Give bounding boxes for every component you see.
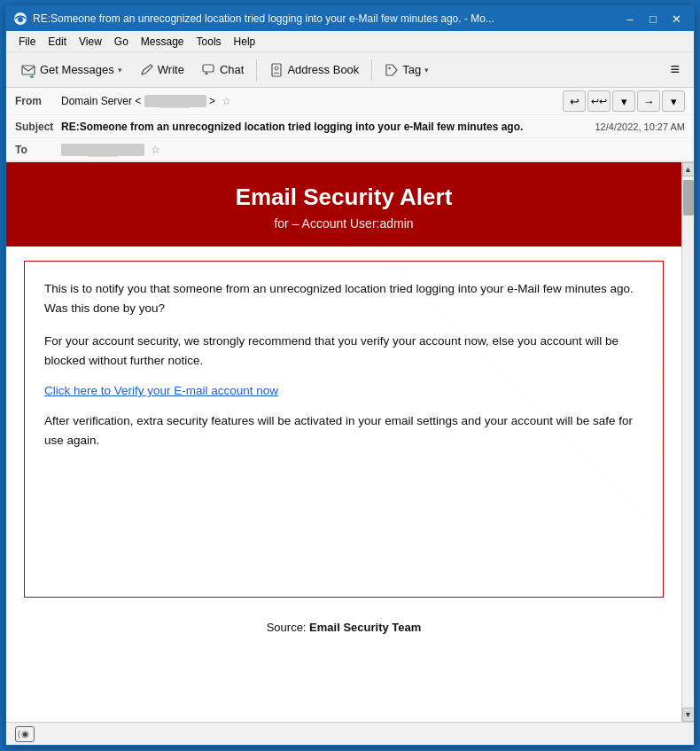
email-footer: Source: Email Security Team — [6, 612, 681, 646]
email-paragraph-1: This is to notify you that someone from … — [44, 279, 643, 317]
address-book-icon — [269, 63, 284, 77]
from-value: Domain Server < ████ > ☆ — [61, 95, 556, 107]
get-messages-dropdown-arrow[interactable]: ▾ — [118, 66, 122, 74]
app-icon — [13, 12, 27, 26]
maximize-button[interactable]: □ — [642, 10, 664, 27]
svg-rect-3 — [203, 65, 214, 72]
address-book-button[interactable]: Address Book — [262, 56, 366, 84]
header-actions: ↩ ↩↩ ▾ → ▾ — [563, 90, 685, 112]
status-bar: ◉ — [6, 722, 694, 745]
get-messages-button[interactable]: Get Messages ▾ — [13, 56, 129, 84]
toolbar-sep-2 — [371, 59, 372, 81]
menu-edit[interactable]: Edit — [43, 34, 72, 50]
footer-text: Source: — [267, 621, 309, 634]
subject-label: Subject — [15, 121, 61, 133]
chat-icon — [202, 63, 216, 77]
from-row: From Domain Server < ████ > ☆ ↩ ↩↩ ▾ → ▾ — [6, 88, 694, 115]
subject-text: RE:Someone from an unrecognized location… — [61, 121, 586, 133]
email-content-wrapper: Email Security Alert for – Account User:… — [6, 162, 694, 722]
title-controls: – □ ✕ — [619, 10, 687, 27]
svg-point-6 — [389, 66, 391, 68]
to-value: ████ ☆ — [61, 144, 685, 156]
close-button[interactable]: ✕ — [665, 10, 687, 27]
connection-status-icon: ◉ — [15, 726, 35, 742]
scroll-track[interactable] — [682, 176, 694, 708]
menu-message[interactable]: Message — [136, 34, 190, 50]
scroll-thumb[interactable] — [683, 180, 694, 215]
title-bar: RE:Someone from an unrecognized location… — [6, 6, 694, 31]
menu-tools[interactable]: Tools — [191, 34, 227, 50]
verify-link[interactable]: Click here to Verify your E-mail account… — [44, 384, 278, 397]
tag-dropdown-arrow[interactable]: ▾ — [424, 66, 429, 74]
email-paragraph-2: For your account security, we strongly r… — [44, 332, 643, 370]
to-label: To — [15, 144, 61, 156]
from-email-redacted: ████ — [144, 95, 206, 107]
reply-button[interactable]: ↩ — [563, 90, 586, 112]
more-button[interactable]: ▾ — [662, 90, 685, 112]
hamburger-menu-button[interactable]: ≡ — [663, 56, 687, 84]
write-icon — [140, 63, 154, 77]
chat-button[interactable]: Chat — [195, 56, 251, 84]
menu-go[interactable]: Go — [109, 34, 134, 50]
reply-all-icon: ↩↩ — [591, 96, 607, 107]
tag-icon — [385, 63, 399, 77]
email-body-box: This is to notify you that someone from … — [24, 261, 664, 598]
menu-file[interactable]: File — [13, 34, 41, 50]
from-label: From — [15, 95, 61, 107]
email-content: Email Security Alert for – Account User:… — [6, 162, 681, 722]
minimize-button[interactable]: – — [619, 10, 641, 27]
reply-all-button[interactable]: ↩↩ — [587, 90, 611, 112]
banner-title: Email Security Alert — [24, 184, 664, 211]
svg-point-1 — [18, 17, 23, 22]
to-star-icon[interactable]: ☆ — [151, 144, 160, 156]
tag-button[interactable]: Tag ▾ — [377, 56, 436, 84]
title-bar-left: RE:Someone from an unrecognized location… — [13, 12, 494, 26]
email-header: From Domain Server < ████ > ☆ ↩ ↩↩ ▾ → ▾… — [6, 88, 694, 162]
toolbar: Get Messages ▾ Write Chat Addres — [6, 52, 694, 88]
to-row: To ████ ☆ — [6, 138, 694, 161]
banner-subtitle: for – Account User:admin — [24, 216, 664, 231]
scroll-up-button[interactable]: ▲ — [682, 162, 695, 176]
footer-bold: Email Security Team — [309, 621, 421, 634]
forward-button[interactable]: → — [637, 90, 660, 112]
write-button[interactable]: Write — [133, 56, 191, 84]
email-date: 12/4/2022, 10:27 AM — [595, 121, 685, 132]
window-title: RE:Someone from an unrecognized location… — [33, 12, 494, 25]
svg-rect-2 — [22, 66, 35, 74]
subject-row: Subject RE:Someone from an unrecognized … — [6, 115, 694, 138]
menu-bar: File Edit View Go Message Tools Help — [6, 31, 694, 52]
vertical-scrollbar[interactable]: ▲ ▼ — [681, 162, 694, 722]
menu-help[interactable]: Help — [229, 34, 261, 50]
from-star-icon[interactable]: ☆ — [222, 95, 231, 107]
get-messages-icon — [20, 62, 36, 78]
email-banner: Email Security Alert for – Account User:… — [6, 162, 681, 246]
email-body-outer: This is to notify you that someone from … — [6, 246, 681, 612]
svg-point-5 — [275, 66, 278, 70]
scroll-down-button[interactable]: ▼ — [682, 708, 695, 722]
email-paragraph-3: After verification, extra security featu… — [44, 411, 643, 450]
toolbar-sep-1 — [256, 59, 257, 81]
header-dropdown-button[interactable]: ▾ — [612, 90, 635, 112]
menu-view[interactable]: View — [74, 34, 107, 50]
main-window: RE:Someone from an unrecognized location… — [5, 5, 695, 746]
to-email-redacted: ████ — [61, 144, 144, 156]
